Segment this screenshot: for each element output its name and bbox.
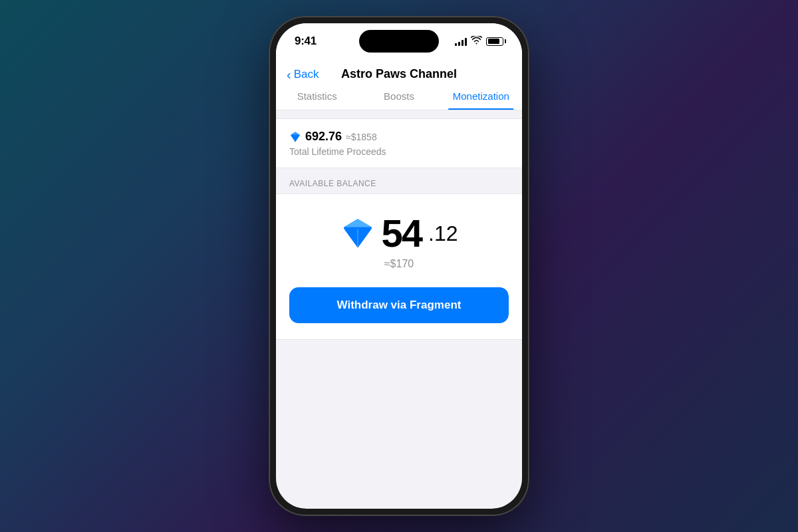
balance-usd: ≈$170 — [384, 258, 414, 270]
nav-header: ‹ Back Astro Paws Channel — [276, 59, 522, 81]
proceeds-label: Total Lifetime Proceeds — [289, 146, 509, 157]
back-button[interactable]: ‹ Back — [287, 68, 319, 81]
proceeds-number: 692.76 — [305, 130, 342, 144]
balance-card: 54.12 ≈$170 Withdraw via Fragment — [276, 194, 522, 340]
balance-decimal: .12 — [428, 221, 458, 246]
status-icons — [455, 35, 503, 47]
dynamic-island — [359, 30, 439, 53]
wifi-icon — [471, 35, 482, 47]
proceeds-amount-row: 692.76 ≈$1858 — [289, 130, 509, 144]
proceeds-card: 692.76 ≈$1858 Total Lifetime Proceeds — [276, 118, 522, 168]
balance-amount-row: 54.12 — [340, 214, 458, 253]
status-time: 9:41 — [295, 35, 317, 48]
signal-icon — [455, 37, 467, 46]
ton-icon-small — [289, 131, 301, 143]
available-balance-label: AVAILABLE BALANCE — [276, 179, 522, 194]
phone-screen: 9:41 — [276, 23, 522, 509]
battery-icon — [486, 37, 503, 46]
content-area: 692.76 ≈$1858 Total Lifetime Proceeds AV… — [276, 110, 522, 348]
tabs-container: Statistics Boosts Monetization — [276, 81, 522, 110]
withdraw-button[interactable]: Withdraw via Fragment — [289, 287, 509, 323]
status-bar: 9:41 — [276, 23, 522, 59]
ton-icon-large — [340, 216, 375, 251]
back-chevron-icon: ‹ — [287, 68, 291, 81]
balance-whole: 54 — [382, 214, 422, 253]
proceeds-usd: ≈$1858 — [346, 132, 377, 142]
tab-monetization[interactable]: Monetization — [440, 90, 522, 110]
back-label: Back — [294, 68, 319, 81]
tab-boosts[interactable]: Boosts — [358, 90, 440, 110]
tab-statistics[interactable]: Statistics — [276, 90, 358, 110]
page-title: Astro Paws Channel — [341, 67, 457, 81]
phone-frame: 9:41 — [269, 17, 529, 515]
